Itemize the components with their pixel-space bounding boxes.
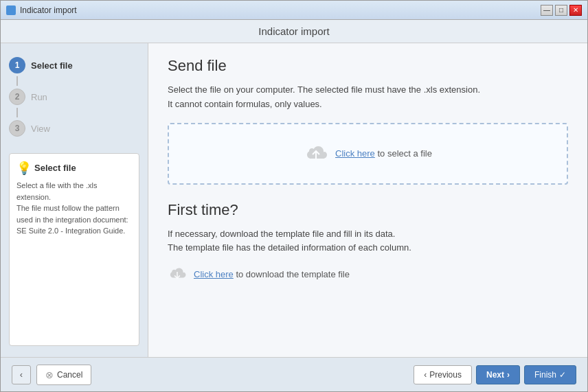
dialog-header: Indicator import	[1, 20, 587, 43]
next-button[interactable]: Next ›	[476, 365, 520, 384]
step-circle-1: 1	[9, 57, 25, 73]
app-icon	[6, 5, 16, 15]
step-row-3: 3 View	[9, 117, 139, 139]
main-window: Indicator import — □ ✕ Indicator import …	[0, 0, 588, 392]
step-circle-3: 3	[9, 120, 25, 137]
step-connector-1-2	[16, 76, 18, 86]
step-circle-2: 2	[9, 89, 25, 105]
steps-list: 1 Select file 2 Run 3	[9, 54, 139, 139]
step-label-2: Run	[31, 92, 47, 102]
info-box-title: 💡 Select file	[16, 161, 132, 174]
next-arrow-icon: ›	[507, 370, 510, 380]
finish-button[interactable]: Finish ✓	[524, 365, 576, 384]
finish-check-icon: ✓	[559, 370, 566, 380]
cancel-icon: ⊗	[45, 369, 54, 380]
download-text: Click here to download the template file	[194, 269, 350, 279]
first-time-desc: If necessary, download the template file…	[168, 227, 568, 256]
send-file-desc: Select the file on your computer. The se…	[168, 83, 568, 112]
info-box-text: Select a file with the .xls extension.Th…	[16, 180, 132, 237]
content-area: Send file Select the file on your comput…	[148, 43, 587, 357]
title-bar-text: Indicator import	[6, 5, 77, 15]
footer: ‹ ⊗ Cancel ‹ Previous Next › Finish ✓	[1, 357, 587, 391]
upload-link[interactable]: Click here	[335, 148, 375, 159]
prev-arrow-icon: ‹	[424, 370, 427, 380]
cancel-button[interactable]: ⊗ Cancel	[36, 365, 91, 385]
step-connector-2-3	[16, 108, 18, 117]
footer-right: ‹ Previous Next › Finish ✓	[414, 365, 576, 384]
window-title: Indicator import	[20, 5, 77, 15]
close-button[interactable]: ✕	[569, 5, 582, 16]
first-time-title: First time?	[168, 201, 568, 219]
title-bar-buttons: — □ ✕	[541, 5, 582, 16]
info-box: 💡 Select file Select a file with the .xl…	[9, 153, 139, 346]
upload-cloud-icon	[304, 144, 328, 163]
download-link[interactable]: Click here	[194, 269, 234, 279]
previous-button[interactable]: ‹ Previous	[414, 365, 472, 384]
title-bar: Indicator import — □ ✕	[1, 1, 587, 20]
step-row-2: 2 Run	[9, 86, 139, 108]
step-row-1: 1 Select file	[9, 54, 139, 76]
footer-left: ‹ ⊗ Cancel	[12, 365, 91, 385]
step-label-3: View	[31, 124, 50, 134]
maximize-button[interactable]: □	[555, 5, 567, 16]
sidebar-toggle-button[interactable]: ‹	[12, 365, 31, 384]
download-row: Click here to download the template file	[168, 266, 568, 281]
main-area: 1 Select file 2 Run 3	[1, 43, 587, 357]
upload-text: Click here to select a file	[335, 148, 432, 159]
minimize-button[interactable]: —	[541, 5, 553, 16]
bulb-icon: 💡	[16, 161, 30, 174]
dialog-title: Indicator import	[258, 25, 329, 37]
step-label-1: Select file	[31, 60, 73, 71]
send-file-title: Send file	[168, 57, 568, 75]
sidebar: 1 Select file 2 Run 3	[1, 43, 148, 357]
upload-box[interactable]: Click here to select a file	[168, 123, 568, 185]
download-cloud-icon	[168, 266, 187, 281]
